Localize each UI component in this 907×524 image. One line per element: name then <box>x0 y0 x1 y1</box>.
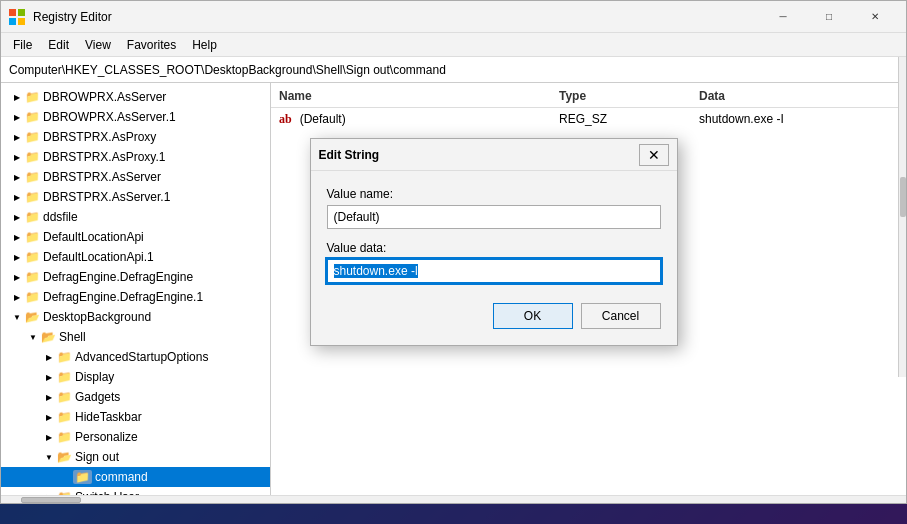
detail-type: REG_SZ <box>559 112 699 126</box>
expand-arrow: ▶ <box>9 209 25 225</box>
horizontal-scrollbar[interactable] <box>1 495 906 503</box>
tree-label: DBRSTPRX.AsServer.1 <box>43 190 170 204</box>
tree-item-command[interactable]: 📁 command <box>1 467 270 487</box>
menu-view[interactable]: View <box>77 36 119 54</box>
folder-icon: 📁 <box>25 250 40 264</box>
expand-arrow: ▶ <box>41 389 57 405</box>
tree-item-display[interactable]: ▶ 📁 Display <box>1 367 270 387</box>
expand-arrow: ▶ <box>9 289 25 305</box>
svg-rect-1 <box>18 9 25 16</box>
expand-arrow: ▶ <box>9 129 25 145</box>
tree-item-dbrowprx-asserver1[interactable]: ▶ 📁 DBROWPRX.AsServer.1 <box>1 107 270 127</box>
tree-label: Sign out <box>75 450 119 464</box>
tree-label: DBRSTPRX.AsProxy.1 <box>43 150 165 164</box>
detail-name: (Default) <box>300 112 346 126</box>
value-data-label: Value data: <box>327 241 661 255</box>
tree-item-signout[interactable]: ▼ 📂 Sign out <box>1 447 270 467</box>
menu-favorites[interactable]: Favorites <box>119 36 184 54</box>
close-button[interactable]: ✕ <box>852 1 898 33</box>
folder-icon: 📁 <box>25 110 40 124</box>
cancel-button[interactable]: Cancel <box>581 303 661 329</box>
window-title: Registry Editor <box>33 10 760 24</box>
tree-item-shell[interactable]: ▼ 📂 Shell <box>1 327 270 347</box>
tree-label: HideTaskbar <box>75 410 142 424</box>
value-data-input[interactable] <box>327 259 661 283</box>
expand-arrow: ▼ <box>25 329 41 345</box>
expand-arrow <box>57 469 73 485</box>
tree-item-defaultlocationapi1[interactable]: ▶ 📁 DefaultLocationApi.1 <box>1 247 270 267</box>
tree-item-desktopbg[interactable]: ▼ 📂 DesktopBackground <box>1 307 270 327</box>
tree-item-dbrowprx-asserver[interactable]: ▶ 📁 DBROWPRX.AsServer <box>1 87 270 107</box>
tree-label: DBROWPRX.AsServer <box>43 90 166 104</box>
scrollbar-thumb <box>21 497 81 503</box>
expand-arrow: ▶ <box>9 229 25 245</box>
folder-icon: 📁 <box>25 130 40 144</box>
folder-open-icon: 📂 <box>25 310 40 324</box>
tree-label: Shell <box>59 330 86 344</box>
tree-label: DesktopBackground <box>43 310 151 324</box>
tree-label: Personalize <box>75 430 138 444</box>
modal-close-button[interactable]: ✕ <box>639 144 669 166</box>
expand-arrow: ▶ <box>9 109 25 125</box>
expand-arrow: ▶ <box>9 249 25 265</box>
folder-open-icon: 📂 <box>57 450 72 464</box>
expand-arrow: ▶ <box>41 429 57 445</box>
tree-item-dbrstprx-asproxy[interactable]: ▶ 📁 DBRSTPRX.AsProxy <box>1 127 270 147</box>
detail-row-default[interactable]: ab (Default) REG_SZ shutdown.exe -I <box>271 108 906 130</box>
folder-icon: 📁 <box>25 90 40 104</box>
menu-edit[interactable]: Edit <box>40 36 77 54</box>
folder-icon: 📁 <box>73 470 92 484</box>
col-header-data: Data <box>699 89 898 103</box>
expand-arrow: ▶ <box>9 169 25 185</box>
svg-rect-2 <box>9 18 16 25</box>
tree-label: command <box>95 470 148 484</box>
expand-arrow: ▶ <box>9 89 25 105</box>
address-bar: Computer\HKEY_CLASSES_ROOT\DesktopBackgr… <box>1 57 906 83</box>
expand-arrow: ▶ <box>41 349 57 365</box>
folder-icon: 📁 <box>25 230 40 244</box>
folder-icon: 📁 <box>25 150 40 164</box>
tree-item-dbrstprx-asserver1[interactable]: ▶ 📁 DBRSTPRX.AsServer.1 <box>1 187 270 207</box>
tree-item-defaultlocationapi[interactable]: ▶ 📁 DefaultLocationApi <box>1 227 270 247</box>
tree-item-defragengine[interactable]: ▶ 📁 DefragEngine.DefragEngine <box>1 267 270 287</box>
folder-icon: 📁 <box>25 170 40 184</box>
tree-label: DBRSTPRX.AsServer <box>43 170 161 184</box>
folder-icon: 📁 <box>57 430 72 444</box>
tree-item-dbrstprx-asproxy1[interactable]: ▶ 📁 DBRSTPRX.AsProxy.1 <box>1 147 270 167</box>
col-header-type: Type <box>559 89 699 103</box>
expand-arrow: ▶ <box>9 149 25 165</box>
tree-label: AdvancedStartupOptions <box>75 350 208 364</box>
app-icon <box>9 9 25 25</box>
tree-label: DefragEngine.DefragEngine.1 <box>43 290 203 304</box>
folder-icon: 📁 <box>25 190 40 204</box>
tree-item-hidetaskbar[interactable]: ▶ 📁 HideTaskbar <box>1 407 270 427</box>
tree-item-gadgets[interactable]: ▶ 📁 Gadgets <box>1 387 270 407</box>
tree-item-switchuser[interactable]: ▶ 📁 Switch User <box>1 487 270 495</box>
tree-label: DefaultLocationApi <box>43 230 144 244</box>
edit-string-dialog: Edit String ✕ Value name: Value data: OK… <box>310 138 678 346</box>
expand-arrow: ▼ <box>9 309 25 325</box>
tree-item-defragengine1[interactable]: ▶ 📁 DefragEngine.DefragEngine.1 <box>1 287 270 307</box>
tree-item-personalize[interactable]: ▶ 📁 Personalize <box>1 427 270 447</box>
maximize-button[interactable]: □ <box>806 1 852 33</box>
address-path: Computer\HKEY_CLASSES_ROOT\DesktopBackgr… <box>9 63 446 77</box>
folder-icon: 📁 <box>25 210 40 224</box>
tree-item-dbrstprx-asserver[interactable]: ▶ 📁 DBRSTPRX.AsServer <box>1 167 270 187</box>
value-name-input[interactable] <box>327 205 661 229</box>
tree-label: DefragEngine.DefragEngine <box>43 270 193 284</box>
value-name-label: Value name: <box>327 187 661 201</box>
tree-label: DBROWPRX.AsServer.1 <box>43 110 176 124</box>
detail-header: Name Type Data <box>271 87 906 108</box>
ok-button[interactable]: OK <box>493 303 573 329</box>
modal-title: Edit String <box>319 148 639 162</box>
menu-help[interactable]: Help <box>184 36 225 54</box>
tree-item-ddsfile[interactable]: ▶ 📁 ddsfile <box>1 207 270 227</box>
tree-pane[interactable]: ▶ 📁 DBROWPRX.AsServer ▶ 📁 DBROWPRX.AsSer… <box>1 83 271 495</box>
minimize-button[interactable]: ─ <box>760 1 806 33</box>
folder-icon: 📁 <box>57 410 72 424</box>
folder-icon: 📁 <box>57 390 72 404</box>
tree-item-advancedstartup[interactable]: ▶ 📁 AdvancedStartupOptions <box>1 347 270 367</box>
menu-bar: File Edit View Favorites Help <box>1 33 906 57</box>
menu-file[interactable]: File <box>5 36 40 54</box>
detail-data: shutdown.exe -I <box>699 112 898 126</box>
